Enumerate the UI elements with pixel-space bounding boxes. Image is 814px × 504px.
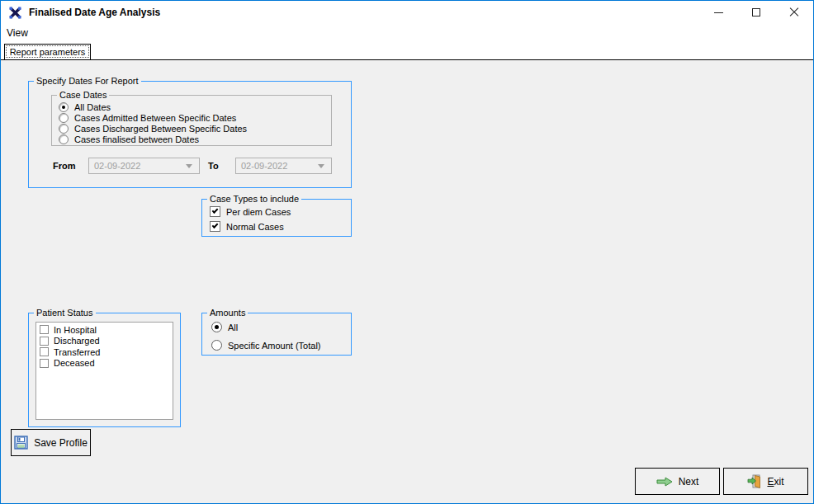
list-item-transferred[interactable]: Transferred bbox=[40, 346, 173, 358]
radio-icon[interactable] bbox=[211, 340, 222, 351]
tab-report-parameters[interactable]: Report parameters bbox=[4, 44, 91, 59]
group-case-dates: Case Dates All Dates Cases Admitted Betw… bbox=[51, 95, 332, 146]
radio-all-dates[interactable]: All Dates bbox=[59, 101, 111, 112]
minimize-icon bbox=[714, 12, 723, 13]
window-title: Finalised Date Age Analysis bbox=[29, 7, 160, 18]
checkbox-normal-cases[interactable]: Normal Cases bbox=[210, 221, 284, 232]
caption-buttons bbox=[699, 1, 813, 24]
radio-icon[interactable] bbox=[59, 113, 69, 123]
menu-view[interactable]: View bbox=[1, 26, 34, 40]
minimize-button[interactable] bbox=[699, 1, 737, 24]
save-icon bbox=[14, 436, 28, 450]
to-label: To bbox=[208, 161, 219, 171]
title-bar: Finalised Date Age Analysis bbox=[1, 1, 813, 24]
arrow-right-icon bbox=[656, 477, 673, 487]
checkbox-icon[interactable] bbox=[40, 325, 49, 334]
checkbox-icon[interactable] bbox=[40, 347, 49, 356]
radio-amounts-all[interactable]: All bbox=[211, 322, 238, 332]
checkbox-icon[interactable] bbox=[210, 221, 220, 232]
next-button[interactable]: Next bbox=[635, 468, 720, 495]
group-patient-status: Patient Status In Hospital Discharged Tr… bbox=[28, 313, 181, 427]
radio-icon[interactable] bbox=[59, 124, 69, 134]
list-item-in-hospital[interactable]: In Hospital bbox=[40, 324, 173, 336]
checkbox-icon[interactable] bbox=[210, 206, 220, 217]
from-label: From bbox=[53, 161, 76, 171]
group-case-types: Case Types to include Per diem Cases Nor… bbox=[201, 199, 352, 237]
close-button[interactable] bbox=[775, 1, 813, 24]
radio-icon[interactable] bbox=[211, 322, 222, 332]
list-item-deceased[interactable]: Deceased bbox=[40, 358, 173, 370]
app-window: Finalised Date Age Analysis View Report … bbox=[0, 0, 814, 504]
group-case-types-label: Case Types to include bbox=[207, 194, 301, 204]
radio-icon[interactable] bbox=[59, 102, 69, 112]
exit-button[interactable]: Exit bbox=[723, 468, 808, 495]
from-date-combobox[interactable]: 02-09-2022 bbox=[88, 158, 200, 174]
radio-cases-discharged[interactable]: Cases Discharged Between Specific Dates bbox=[59, 123, 247, 134]
maximize-button[interactable] bbox=[737, 1, 775, 24]
group-patient-status-label: Patient Status bbox=[34, 308, 96, 318]
radio-icon[interactable] bbox=[59, 134, 69, 144]
checkbox-icon[interactable] bbox=[40, 359, 49, 368]
group-case-dates-label: Case Dates bbox=[57, 90, 109, 100]
save-profile-button[interactable]: Save Profile bbox=[11, 429, 91, 456]
checkbox-per-diem-cases[interactable]: Per diem Cases bbox=[210, 206, 291, 217]
group-specify-dates-label: Specify Dates For Report bbox=[34, 76, 141, 86]
to-date-combobox[interactable]: 02-09-2022 bbox=[235, 158, 332, 174]
exit-door-icon bbox=[747, 474, 761, 488]
maximize-icon bbox=[752, 8, 760, 16]
group-specify-dates: Specify Dates For Report Case Dates All … bbox=[28, 81, 352, 188]
report-parameters-page: Specify Dates For Report Case Dates All … bbox=[1, 60, 813, 503]
radio-specific-amount[interactable]: Specific Amount (Total) bbox=[211, 340, 321, 351]
chevron-down-icon bbox=[318, 164, 324, 168]
checkbox-icon[interactable] bbox=[40, 337, 49, 346]
list-item-discharged[interactable]: Discharged bbox=[40, 336, 173, 347]
app-icon bbox=[8, 6, 22, 20]
patient-status-listbox[interactable]: In Hospital Discharged Transferred Decea… bbox=[35, 322, 173, 420]
tab-strip: Report parameters bbox=[1, 41, 813, 60]
close-icon bbox=[789, 7, 799, 17]
group-amounts-label: Amounts bbox=[207, 308, 248, 318]
group-amounts: Amounts All Specific Amount (Total) bbox=[201, 313, 352, 356]
radio-cases-finalised[interactable]: Cases finalised between Dates bbox=[59, 134, 199, 144]
radio-cases-admitted[interactable]: Cases Admitted Between Specific Dates bbox=[59, 112, 236, 123]
menu-bar: View bbox=[1, 24, 813, 41]
chevron-down-icon bbox=[186, 164, 192, 168]
